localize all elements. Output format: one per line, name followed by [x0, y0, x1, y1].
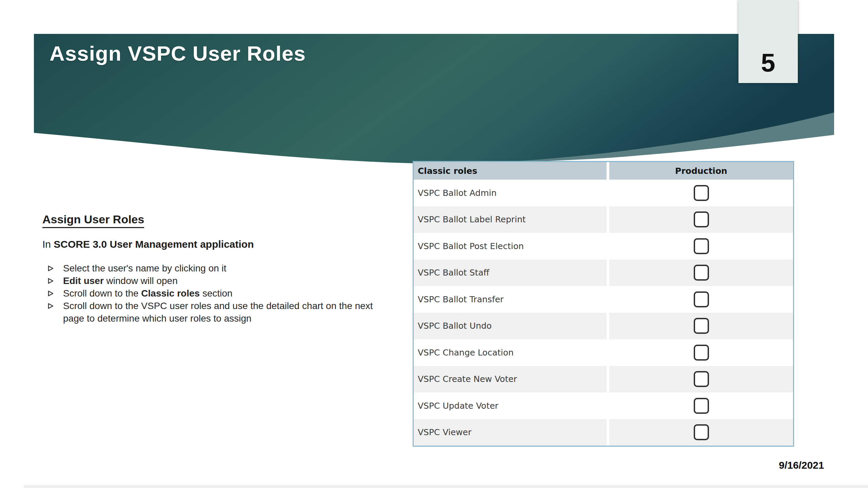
page-number-tab: 5 [738, 0, 798, 83]
role-name: VSPC Ballot Post Election [414, 233, 609, 260]
role-name: VSPC Ballot Undo [414, 313, 609, 340]
slide: Assign VSPC User Roles 5 Assign User Rol… [0, 0, 868, 488]
intro-text: In SCORE 3.0 User Management application [42, 238, 373, 250]
list-item: Scroll down to the Classic roles section [42, 287, 373, 300]
column-header-production: Production [609, 162, 793, 180]
list-item-text: Scroll down to the Classic roles section [63, 288, 233, 299]
production-cell [609, 392, 793, 419]
slide-title: Assign VSPC User Roles [50, 41, 306, 65]
text-segment: section [200, 288, 233, 299]
instructions-block: Assign User Roles In SCORE 3.0 User Mana… [42, 213, 373, 325]
production-checkbox[interactable] [694, 211, 709, 227]
list-item: Edit user window will open [42, 274, 373, 287]
bottom-strip [24, 485, 868, 488]
production-checkbox[interactable] [694, 424, 709, 440]
production-checkbox[interactable] [694, 371, 709, 387]
role-name: VSPC Change Location [414, 339, 609, 366]
production-cell [609, 260, 793, 286]
role-name: VSPC Ballot Transfer [414, 286, 609, 313]
list-item-text: Scroll down to the VSPC user roles and u… [63, 301, 373, 324]
list-item: Scroll down to the VSPC user roles and u… [42, 300, 373, 325]
slide-date: 9/16/2021 [779, 460, 824, 471]
role-name: VSPC Ballot Label Reprint [414, 206, 609, 233]
bold-text-segment: SCORE 3.0 User Management application [54, 239, 254, 250]
production-checkbox[interactable] [694, 291, 709, 307]
bold-text-segment: Edit user [63, 276, 104, 286]
arrow-bullet-icon [47, 290, 55, 297]
list-item-text: Edit user window will open [63, 276, 178, 286]
role-name: VSPC Update Voter [414, 392, 609, 419]
table-row: VSPC Create New Voter [414, 366, 793, 393]
production-checkbox[interactable] [694, 318, 709, 334]
role-name: VSPC Ballot Admin [414, 180, 609, 206]
production-cell [609, 339, 793, 366]
bold-text-segment: Classic roles [141, 288, 200, 299]
table-body: VSPC Ballot Admin VSPC Ballot Label Repr… [414, 180, 793, 446]
column-header-classic-roles: Classic roles [414, 162, 609, 180]
production-checkbox[interactable] [694, 238, 709, 254]
production-cell [609, 419, 793, 446]
table-row: VSPC Ballot Transfer [414, 286, 793, 313]
production-cell [609, 206, 793, 233]
text-segment: Select the user's name by clicking on it [63, 263, 226, 273]
classic-roles-table: Classic roles Production VSPC Ballot Adm… [413, 161, 794, 447]
table-row: VSPC Change Location [414, 339, 793, 366]
text-segment: window will open [104, 276, 178, 286]
role-name: VSPC Ballot Staff [414, 260, 609, 286]
role-name: VSPC Create New Voter [414, 366, 609, 393]
arrow-bullet-icon [47, 265, 55, 272]
list-item: Select the user's name by clicking on it [42, 262, 373, 274]
text-segment: Scroll down to the [63, 288, 141, 299]
production-checkbox[interactable] [694, 265, 709, 281]
production-cell [609, 366, 793, 393]
table-row: VSPC Ballot Staff [414, 260, 793, 286]
production-checkbox[interactable] [694, 398, 709, 414]
list-item-text: Select the user's name by clicking on it [63, 263, 226, 273]
table-row: VSPC Ballot Label Reprint [414, 206, 793, 233]
table-row: VSPC Ballot Undo [414, 313, 793, 340]
production-cell [609, 233, 793, 260]
production-cell [609, 313, 793, 340]
table-row: VSPC Viewer [414, 419, 793, 446]
production-checkbox[interactable] [694, 185, 709, 201]
role-name: VSPC Viewer [414, 419, 609, 446]
production-cell [609, 180, 793, 206]
section-heading: Assign User Roles [42, 213, 144, 228]
production-checkbox[interactable] [694, 345, 709, 361]
table-header-row: Classic roles Production [414, 162, 793, 180]
text-segment: In [42, 239, 54, 250]
production-cell [609, 286, 793, 313]
arrow-bullet-icon [47, 302, 55, 310]
arrow-bullet-icon [47, 277, 55, 285]
instructions-list: Select the user's name by clicking on it… [42, 262, 373, 325]
page-number: 5 [761, 50, 775, 83]
table-row: VSPC Ballot Admin [414, 180, 793, 206]
table-row: VSPC Update Voter [414, 392, 793, 419]
table-row: VSPC Ballot Post Election [414, 233, 793, 260]
text-segment: Scroll down to the VSPC user roles and u… [63, 301, 373, 324]
